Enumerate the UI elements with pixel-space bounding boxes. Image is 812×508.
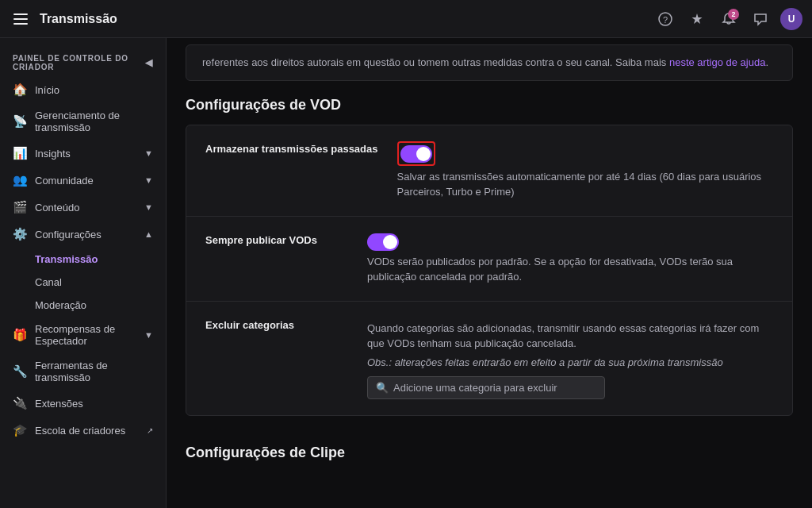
topbar-icons: ? 2 U — [653, 7, 802, 31]
rewards-icon: 🎁 — [13, 328, 27, 342]
sidebar-item-insights[interactable]: 📊 Insights ▼ — [0, 140, 166, 167]
settings-icon: ⚙️ — [13, 227, 27, 241]
main-content: referentes aos direitos autorais em ques… — [167, 38, 812, 508]
armazenar-toggle[interactable] — [400, 145, 432, 163]
help-icon-button[interactable]: ? — [653, 7, 677, 31]
excluir-row: Excluir categorias Quando categorias são… — [186, 302, 792, 416]
excluir-label: Excluir categorias — [205, 318, 348, 331]
chevron-up-icon: ▲ — [144, 229, 153, 239]
armazenar-label: Armazenar transmissões passadas — [205, 141, 378, 155]
home-icon: 🏠 — [13, 83, 27, 97]
chevron-down-icon: ▼ — [144, 148, 153, 158]
avatar[interactable]: U — [780, 8, 802, 30]
help-link[interactable]: neste artigo de ajuda — [669, 56, 765, 68]
menu-button[interactable] — [10, 8, 32, 30]
toggle-thumb — [416, 147, 431, 161]
sidebar-item-ferramentas[interactable]: 🔧 Ferramentas de transmissão — [0, 353, 166, 390]
external-link-icon: ↗ — [147, 426, 153, 435]
vod-settings-card: Armazenar transmissões passadas — [186, 125, 793, 417]
toggle-track[interactable] — [367, 233, 399, 251]
sidebar-item-inicio[interactable]: 🏠 Início — [0, 76, 166, 103]
sidebar-item-escola[interactable]: 🎓 Escola de criadores ↗ — [0, 417, 166, 444]
sidebar-item-extensoes[interactable]: 🔌 Extensões — [0, 390, 166, 417]
toggle-track[interactable] — [400, 145, 432, 163]
publicar-row: Sempre publicar VODs VODs serão publicad… — [186, 217, 792, 302]
layout: PAINEL DE CONTROLE DO CRIADOR ◀ 🏠 Início… — [0, 38, 812, 508]
publicar-desc: VODs serão publicados por padrão. Se a o… — [367, 254, 773, 285]
notifications-button[interactable]: 2 — [717, 7, 741, 31]
publicar-toggle[interactable] — [367, 233, 399, 251]
notification-badge: 2 — [728, 9, 739, 20]
chevron-down-icon: ▼ — [144, 330, 153, 340]
sidebar-sub-item-canal[interactable]: Canal — [0, 271, 166, 294]
toggle-thumb — [383, 235, 397, 249]
chat-icon-button[interactable] — [749, 7, 772, 31]
sidebar-item-comunidade[interactable]: 👥 Comunidade ▼ — [0, 167, 166, 194]
broadcast-icon: 📡 — [13, 114, 27, 129]
sidebar-item-configuracoes[interactable]: ⚙️ Configurações ▲ — [0, 221, 166, 248]
excluir-desc-main: Quando categorias são adicionadas, trans… — [367, 321, 773, 352]
topbar: Transmissão ? 2 U — [0, 0, 812, 38]
publicar-label: Sempre publicar VODs — [205, 233, 348, 246]
chevron-down-icon: ▼ — [144, 175, 153, 185]
sidebar-collapse-icon[interactable]: ◀ — [145, 57, 153, 68]
sidebar-sub-item-transmissao[interactable]: Transmissão — [0, 248, 166, 271]
community-icon: 👥 — [13, 173, 27, 187]
armazenar-row: Armazenar transmissões passadas — [186, 125, 792, 217]
toggle-highlight-box — [397, 141, 435, 166]
svg-text:?: ? — [663, 14, 668, 24]
insights-icon: 📊 — [13, 146, 27, 160]
school-icon: 🎓 — [13, 423, 27, 437]
search-icon: 🔍 — [376, 382, 389, 394]
vod-section-title: Configurações de VOD — [186, 81, 793, 125]
clip-section-title: Configurações de Clipe — [186, 429, 793, 461]
armazenar-content: Salvar as transmissões automaticamente p… — [397, 141, 773, 200]
tools-icon: 🔧 — [13, 364, 27, 379]
category-search-wrap[interactable]: 🔍 — [367, 376, 605, 399]
content-icon: 🎬 — [13, 200, 27, 214]
chevron-down-icon: ▼ — [144, 202, 153, 212]
publicar-content: VODs serão publicados por padrão. Se a o… — [367, 233, 773, 285]
sidebar-sub-item-moderacao[interactable]: Moderação — [0, 294, 166, 317]
extensions-icon: 🔌 — [13, 396, 27, 410]
page-title: Transmissão — [40, 12, 645, 26]
top-notice: referentes aos direitos autorais em ques… — [186, 44, 793, 81]
excluir-desc-italic: Obs.: alterações feitas entrarão em efei… — [367, 355, 773, 371]
sidebar-item-recompensas[interactable]: 🎁 Recompensas de Espectador ▼ — [0, 317, 166, 353]
sidebar-item-conteudo[interactable]: 🎬 Conteúdo ▼ — [0, 194, 166, 221]
armazenar-desc: Salvar as transmissões automaticamente p… — [397, 169, 773, 200]
category-search-input[interactable] — [393, 382, 596, 394]
magic-icon-button[interactable] — [685, 7, 709, 31]
sidebar-section-header: PAINEL DE CONTROLE DO CRIADOR ◀ — [0, 48, 166, 76]
sidebar-item-gerenciamento[interactable]: 📡 Gerenciamento de transmissão — [0, 103, 166, 140]
sidebar: PAINEL DE CONTROLE DO CRIADOR ◀ 🏠 Início… — [0, 38, 167, 508]
excluir-content: Quando categorias são adicionadas, trans… — [367, 318, 773, 400]
